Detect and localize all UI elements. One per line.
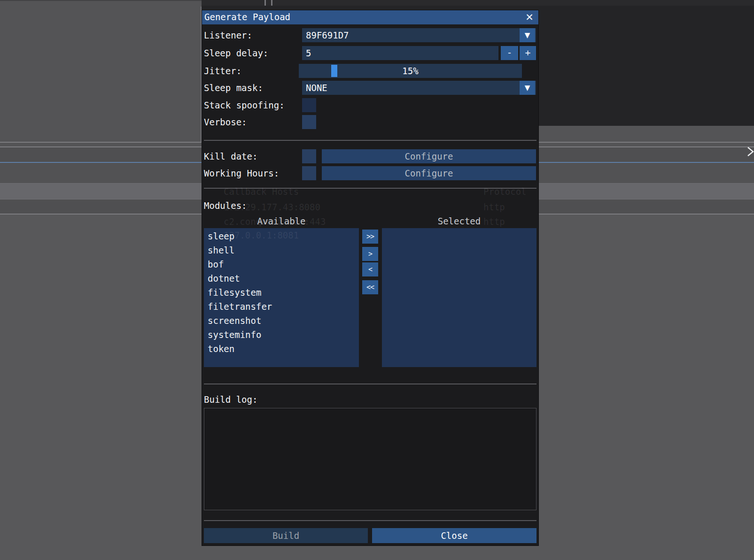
working-hours-label: Working Hours: <box>204 166 279 180</box>
selected-modules-list[interactable] <box>382 228 536 367</box>
modules-label: Modules: <box>204 199 247 212</box>
chevron-down-icon[interactable]: ▼ <box>520 28 535 42</box>
sleep-delay-input[interactable]: 5 <box>302 46 498 60</box>
list-item[interactable]: filesystem <box>204 285 359 299</box>
sleep-delay-decrement-button[interactable]: - <box>501 46 518 60</box>
separator <box>204 384 536 384</box>
kill-date-label: Kill date: <box>204 149 257 163</box>
generate-payload-dialog: Generate Payload ✕ Callback Hosts Protoc… <box>202 10 539 546</box>
close-icon[interactable]: ✕ <box>523 11 536 23</box>
list-item[interactable]: token <box>204 342 359 356</box>
list-item[interactable]: dotnet <box>204 271 359 285</box>
build-log-label: Build log: <box>204 394 257 405</box>
list-item[interactable]: screenshot <box>204 314 359 328</box>
ghost-protocol-row: http <box>483 201 505 213</box>
close-button[interactable]: Close <box>372 528 536 543</box>
list-item[interactable]: shell <box>204 243 359 257</box>
jitter-label: Jitter: <box>204 64 241 78</box>
working-hours-configure-button[interactable]: Configure <box>322 166 536 180</box>
window-tick <box>264 0 266 6</box>
window-tick <box>271 0 272 6</box>
listener-value: 89F691D7 <box>306 30 349 40</box>
sleep-mask-dropdown[interactable]: NONE ▼ <box>302 81 536 95</box>
available-modules-list[interactable]: sleepshellbofdotnetfilesystemfiletransfe… <box>204 228 359 367</box>
verbose-label: Verbose: <box>204 115 247 129</box>
sleep-delay-label: Sleep delay: <box>204 46 268 60</box>
sleep-delay-increment-button[interactable]: + <box>520 46 536 60</box>
stack-spoofing-checkbox[interactable] <box>302 98 316 112</box>
dialog-titlebar[interactable]: Generate Payload ✕ <box>202 10 538 24</box>
chevron-down-icon[interactable]: ▼ <box>520 81 535 95</box>
sleep-mask-label: Sleep mask: <box>204 81 263 95</box>
stack-spoofing-label: Stack spoofing: <box>204 98 285 112</box>
move-all-left-button[interactable]: << <box>362 280 378 294</box>
build-button[interactable]: Build <box>204 528 368 543</box>
dialog-title: Generate Payload <box>204 12 290 22</box>
list-item[interactable]: systeminfo <box>204 328 359 342</box>
list-item[interactable]: bof <box>204 257 359 271</box>
screen: Generate Payload ✕ Callback Hosts Protoc… <box>0 0 754 560</box>
selected-header: Selected <box>382 215 536 227</box>
move-all-right-button[interactable]: >> <box>362 230 378 244</box>
listener-dropdown[interactable]: 89F691D7 ▼ <box>302 28 536 42</box>
listener-label: Listener: <box>204 28 252 42</box>
separator <box>204 520 536 521</box>
list-item[interactable]: sleep <box>204 229 359 243</box>
move-right-button[interactable]: > <box>362 247 378 261</box>
build-log-output[interactable] <box>204 408 536 510</box>
list-item[interactable]: filetransfer <box>204 299 359 314</box>
kill-date-configure-button[interactable]: Configure <box>322 149 536 163</box>
separator <box>204 140 536 141</box>
chevron-right-icon[interactable] <box>746 146 754 157</box>
separator <box>204 188 536 189</box>
sleep-mask-value: NONE <box>306 83 327 93</box>
move-left-button[interactable]: < <box>362 262 378 276</box>
jitter-value: 15% <box>299 64 522 78</box>
background-header-strip <box>202 0 754 6</box>
available-header: Available <box>204 215 359 227</box>
working-hours-checkbox[interactable] <box>302 166 316 180</box>
verbose-checkbox[interactable] <box>302 115 316 129</box>
kill-date-checkbox[interactable] <box>302 149 316 163</box>
jitter-slider[interactable]: 15% <box>299 64 522 78</box>
